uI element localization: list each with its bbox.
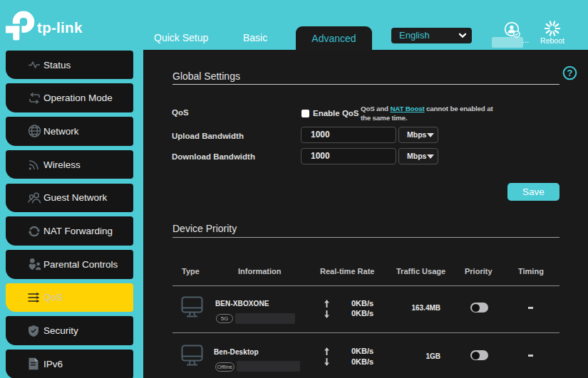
svg-text:?: ? [567, 68, 573, 78]
svg-text:tp-link: tp-link [37, 19, 83, 36]
